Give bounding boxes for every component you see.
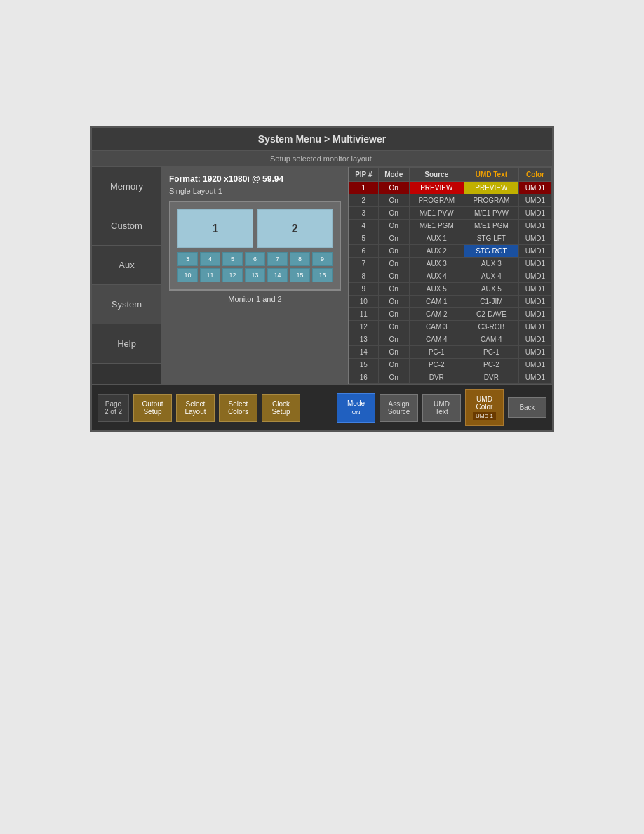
pip-table: PIP # Mode Source UMD Text Color 1OnPREV… (349, 167, 552, 384)
source-cell: AUX 1 (409, 232, 464, 245)
table-row[interactable]: 8OnAUX 4AUX 4UMD1 (349, 270, 552, 283)
color-cell: UMD1 (518, 359, 551, 371)
table-row[interactable]: 2OnPROGRAMPROGRAMUMD1 (349, 194, 552, 207)
table-row[interactable]: 10OnCAM 1C1-JIMUMD1 (349, 296, 552, 308)
bottom-toolbar: Page 2 of 2 OutputSetup SelectLayout Sel… (92, 384, 552, 430)
col-color: Color (518, 168, 551, 182)
mode-button[interactable]: ModeON (337, 393, 375, 423)
small-box-11[interactable]: 11 (200, 268, 220, 282)
color-cell: UMD1 (518, 283, 551, 296)
umd-text-cell: STG RGT (464, 245, 518, 258)
sidebar-item-custom[interactable]: Custom (92, 206, 161, 246)
output-setup-button[interactable]: OutputSetup (133, 394, 172, 422)
table-row[interactable]: 12OnCAM 3C3-ROBUMD1 (349, 321, 552, 333)
source-cell: M/E1 PVW (409, 207, 464, 220)
sidebar-item-system[interactable]: System (92, 285, 161, 324)
table-row[interactable]: 13OnCAM 4CAM 4UMD1 (349, 333, 552, 346)
format-label: Format: 1920 x1080i @ 59.94 (169, 174, 341, 184)
table-row[interactable]: 4OnM/E1 PGMM/E1 PGMUMD1 (349, 220, 552, 232)
small-box-6[interactable]: 6 (245, 252, 265, 266)
main-panel: System Menu > Multiviewer Setup selected… (90, 126, 554, 432)
table-row[interactable]: 1OnPREVIEWPREVIEWUMD1 (349, 182, 552, 194)
mode-cell: On (378, 194, 409, 207)
table-row[interactable]: 7OnAUX 3AUX 3UMD1 (349, 258, 552, 270)
subtitle-bar: Setup selected monitor layout. (92, 151, 552, 167)
table-row[interactable]: 9OnAUX 5AUX 5UMD1 (349, 283, 552, 296)
small-box-10[interactable]: 10 (177, 268, 198, 282)
col-mode: Mode (378, 168, 409, 182)
umd-text-cell: PROGRAM (464, 194, 518, 207)
small-box-8[interactable]: 8 (290, 252, 310, 266)
source-cell: CAM 1 (409, 296, 464, 308)
mode-cell: On (378, 245, 409, 258)
table-row[interactable]: 14OnPC-1PC-1UMD1 (349, 346, 552, 359)
color-cell: UMD1 (518, 207, 551, 220)
table-section: PIP # Mode Source UMD Text Color 1OnPREV… (349, 167, 552, 384)
pip-cell: 16 (349, 371, 379, 384)
sidebar-item-help[interactable]: Help (92, 324, 161, 364)
umd-text-button[interactable]: UMDText (422, 394, 461, 422)
pip-cell: 10 (349, 296, 379, 308)
select-layout-button[interactable]: SelectLayout (176, 394, 215, 422)
pip-cell: 2 (349, 194, 379, 207)
table-row[interactable]: 11OnCAM 2C2-DAVEUMD1 (349, 308, 552, 321)
source-cell: AUX 4 (409, 270, 464, 283)
table-row[interactable]: 16OnDVRDVRUMD1 (349, 371, 552, 384)
source-cell: M/E1 PGM (409, 220, 464, 232)
small-box-15[interactable]: 15 (290, 268, 310, 282)
table-row[interactable]: 6OnAUX 2STG RGTUMD1 (349, 245, 552, 258)
small-box-4[interactable]: 4 (200, 252, 220, 266)
color-cell: UMD1 (518, 296, 551, 308)
page-number: 2 of 2 (102, 408, 124, 416)
source-cell: PROGRAM (409, 194, 464, 207)
source-cell: CAM 4 (409, 333, 464, 346)
table-row[interactable]: 15OnPC-2PC-2UMD1 (349, 359, 552, 371)
small-box-5[interactable]: 5 (222, 252, 243, 266)
umd-color-button[interactable]: UMDColorUMD 1 (465, 389, 504, 426)
sidebar-item-aux[interactable]: Aux (92, 246, 161, 285)
monitor-box-1[interactable]: 1 (177, 209, 253, 248)
small-box-12[interactable]: 12 (222, 268, 243, 282)
back-button[interactable]: Back (508, 397, 546, 418)
mode-cell: On (378, 359, 409, 371)
small-box-13[interactable]: 13 (245, 268, 265, 282)
source-cell: PREVIEW (409, 182, 464, 194)
mode-cell: On (378, 296, 409, 308)
source-cell: CAM 2 (409, 308, 464, 321)
pip-cell: 14 (349, 346, 379, 359)
sidebar-item-memory[interactable]: Memory (92, 167, 161, 206)
umd-text-cell: M/E1 PVW (464, 207, 518, 220)
umd-text-cell: DVR (464, 371, 518, 384)
mode-cell: On (378, 283, 409, 296)
pip-cell: 11 (349, 308, 379, 321)
umd-text-cell: AUX 5 (464, 283, 518, 296)
clock-setup-button[interactable]: ClockSetup (262, 394, 300, 422)
mode-cell: On (378, 207, 409, 220)
col-source: Source (409, 168, 464, 182)
table-row[interactable]: 3OnM/E1 PVWM/E1 PVWUMD1 (349, 207, 552, 220)
color-cell: UMD1 (518, 258, 551, 270)
layout-name: Single Layout 1 (169, 187, 341, 195)
table-row[interactable]: 5OnAUX 1STG LFTUMD1 (349, 232, 552, 245)
pip-cell: 5 (349, 232, 379, 245)
assign-source-button[interactable]: AssignSource (380, 394, 418, 422)
monitor-box-2[interactable]: 2 (257, 209, 333, 248)
mode-cell: On (378, 232, 409, 245)
small-box-7[interactable]: 7 (267, 252, 288, 266)
small-box-16[interactable]: 16 (312, 268, 333, 282)
umd-text-cell: M/E1 PGM (464, 220, 518, 232)
pip-cell: 7 (349, 258, 379, 270)
small-box-14[interactable]: 14 (267, 268, 288, 282)
color-cell: UMD1 (518, 220, 551, 232)
small-box-3[interactable]: 3 (177, 252, 198, 266)
color-cell: UMD1 (518, 194, 551, 207)
pip-cell: 13 (349, 333, 379, 346)
select-colors-button[interactable]: SelectColors (219, 394, 257, 422)
umd-text-cell: AUX 4 (464, 270, 518, 283)
mode-cell: On (378, 371, 409, 384)
color-cell: UMD1 (518, 270, 551, 283)
umd-text-cell: PC-1 (464, 346, 518, 359)
mode-cell: On (378, 182, 409, 194)
umd-text-cell: AUX 3 (464, 258, 518, 270)
small-box-9[interactable]: 9 (312, 252, 333, 266)
